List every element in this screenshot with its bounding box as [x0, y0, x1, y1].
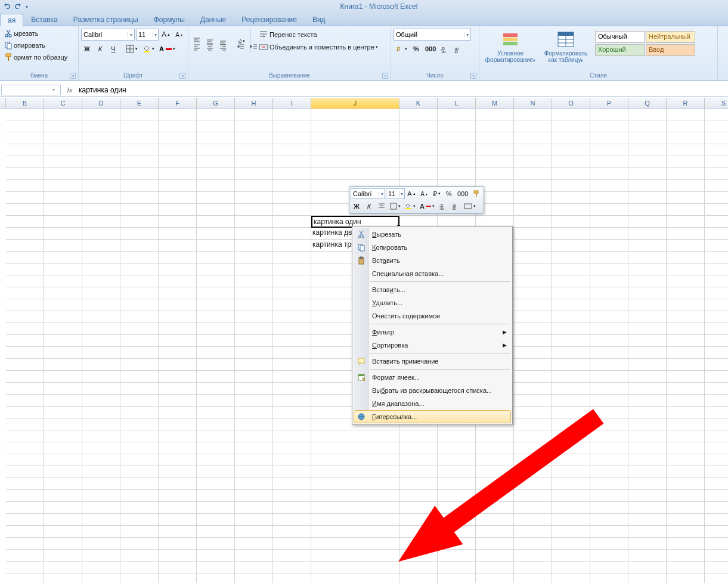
cell-P9[interactable] [590, 204, 628, 216]
cell-B34[interactable] [6, 502, 44, 514]
cell-C16[interactable] [44, 287, 82, 299]
cell-M36[interactable] [476, 526, 514, 538]
cell-O8[interactable] [552, 192, 590, 204]
cell-Q19[interactable] [628, 323, 667, 335]
cell-S37[interactable] [705, 538, 728, 550]
style-normal[interactable]: Обычный [595, 31, 645, 43]
cell-M40[interactable] [476, 573, 514, 583]
cell-O4[interactable] [552, 144, 590, 156]
cell-K2[interactable] [399, 120, 438, 132]
ctx-вставить-примечание[interactable]: Вставить примечание [354, 355, 511, 368]
cell-G38[interactable] [197, 550, 235, 562]
cell-G2[interactable] [197, 120, 235, 132]
cell-C27[interactable] [44, 418, 82, 430]
col-header-K[interactable]: K [399, 98, 438, 108]
mini-inc-decimal[interactable]: ,0,00 [437, 200, 449, 212]
cell-G6[interactable] [197, 168, 235, 180]
cell-H28[interactable] [235, 430, 273, 442]
cell-I10[interactable] [273, 216, 311, 228]
cell-C8[interactable] [44, 192, 82, 204]
cell-G19[interactable] [197, 323, 235, 335]
cell-I25[interactable] [273, 395, 311, 407]
cell-E9[interactable] [120, 204, 159, 216]
cell-D22[interactable] [82, 359, 120, 371]
tab-view[interactable]: Вид [305, 13, 333, 26]
cell-H8[interactable] [235, 192, 273, 204]
cell-E21[interactable] [120, 347, 159, 359]
increase-indent-button[interactable] [248, 41, 260, 53]
cell-R26[interactable] [667, 407, 705, 418]
cell-K28[interactable] [399, 430, 438, 442]
cell-I26[interactable] [273, 407, 311, 418]
cell-P28[interactable] [590, 430, 628, 442]
cell-F39[interactable] [159, 562, 197, 573]
cell-Q20[interactable] [628, 335, 667, 347]
cell-H1[interactable] [235, 108, 273, 120]
cell-Q17[interactable] [628, 299, 667, 311]
cell-C12[interactable] [44, 240, 82, 252]
ctx-гиперссылка-[interactable]: Гиперссылка... [354, 410, 511, 423]
cell-Q29[interactable] [628, 442, 667, 454]
cell-K1[interactable] [399, 108, 438, 120]
cell-E18[interactable] [120, 311, 159, 323]
cell-N25[interactable] [514, 395, 552, 407]
cell-K35[interactable] [399, 514, 438, 526]
cell-J40[interactable] [311, 573, 399, 583]
cell-C7[interactable] [44, 180, 82, 192]
cell-S29[interactable] [705, 442, 728, 454]
cell-L34[interactable] [438, 502, 476, 514]
cell-F18[interactable] [159, 311, 197, 323]
cell-K33[interactable] [399, 490, 438, 502]
cell-Q8[interactable] [628, 192, 667, 204]
cell-O20[interactable] [552, 335, 590, 347]
cell-D34[interactable] [82, 502, 120, 514]
cell-Q14[interactable] [628, 263, 667, 275]
cell-H29[interactable] [235, 442, 273, 454]
cell-H2[interactable] [235, 120, 273, 132]
cell-P1[interactable] [590, 108, 628, 120]
cell-S7[interactable] [705, 180, 728, 192]
cell-S10[interactable] [705, 216, 728, 228]
cell-C32[interactable] [44, 478, 82, 490]
cell-C2[interactable] [44, 120, 82, 132]
cell-M33[interactable] [476, 490, 514, 502]
cell-I34[interactable] [273, 502, 311, 514]
cell-F37[interactable] [159, 538, 197, 550]
cell-H21[interactable] [235, 347, 273, 359]
cell-M37[interactable] [476, 538, 514, 550]
cell-C15[interactable] [44, 275, 82, 287]
cell-N12[interactable] [514, 240, 552, 252]
mini-font-color[interactable]: A▾ [418, 200, 436, 212]
cell-C33[interactable] [44, 490, 82, 502]
cell-I40[interactable] [273, 573, 311, 583]
cell-F5[interactable] [159, 156, 197, 168]
style-neutral[interactable]: Нейтральный [646, 31, 695, 43]
font-size-input[interactable] [137, 31, 153, 38]
cell-E10[interactable] [120, 216, 159, 228]
cell-E39[interactable] [120, 562, 159, 573]
cell-N13[interactable] [514, 252, 552, 263]
cell-P40[interactable] [590, 573, 628, 583]
decrease-decimal-button[interactable]: ,00,0 [452, 43, 464, 55]
ctx-имя-диапазона-[interactable]: Имя диапазона... [354, 397, 511, 410]
cell-L39[interactable] [438, 562, 476, 573]
cell-B26[interactable] [6, 407, 44, 418]
cell-F4[interactable] [159, 144, 197, 156]
cell-E32[interactable] [120, 478, 159, 490]
cell-Q30[interactable] [628, 454, 667, 466]
cell-Q35[interactable] [628, 514, 667, 526]
cell-J28[interactable] [311, 430, 399, 442]
cell-E12[interactable] [120, 240, 159, 252]
cell-O25[interactable] [552, 395, 590, 407]
cell-O18[interactable] [552, 311, 590, 323]
cell-N38[interactable] [514, 550, 552, 562]
cell-H4[interactable] [235, 144, 273, 156]
cell-C5[interactable] [44, 156, 82, 168]
cell-R9[interactable] [667, 204, 705, 216]
cell-R5[interactable] [667, 156, 705, 168]
tab-review[interactable]: Рецензирование [234, 13, 305, 26]
cell-C11[interactable] [44, 228, 82, 240]
mini-size-combo[interactable]: ▾ [386, 188, 405, 199]
cell-I12[interactable] [273, 240, 311, 252]
cell-M4[interactable] [476, 144, 514, 156]
